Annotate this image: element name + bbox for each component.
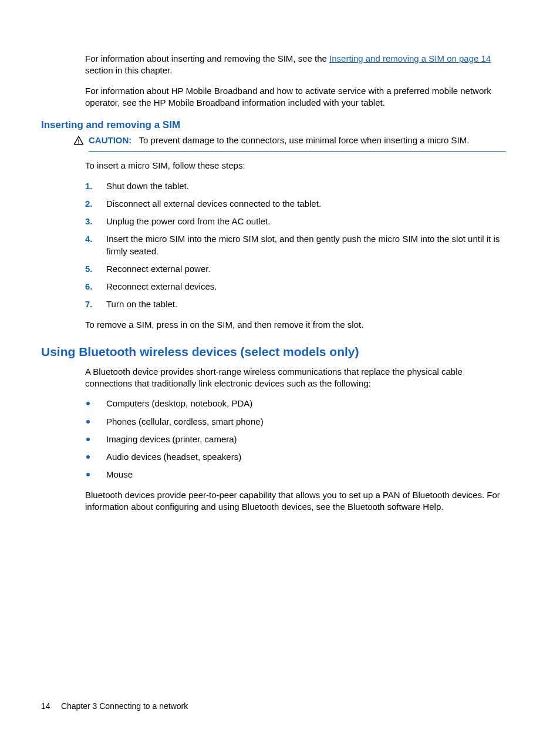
intro-paragraph-1: For information about inserting and remo… <box>85 53 506 77</box>
bt-paragraph-2: Bluetooth devices provide peer-to-peer c… <box>85 489 506 513</box>
sim-lead: To insert a micro SIM, follow these step… <box>85 160 506 172</box>
list-item: Computers (desktop, notebook, PDA) <box>85 398 506 409</box>
chapter-label: Chapter 3 Connecting to a network <box>61 701 188 711</box>
list-item: Phones (cellular, cordless, smart phone) <box>85 416 506 428</box>
document-page: For information about inserting and remo… <box>0 0 560 746</box>
heading-sim: Inserting and removing a SIM <box>41 119 506 131</box>
list-item-text: Phones (cellular, cordless, smart phone) <box>106 416 506 428</box>
sim-step: 5.Reconnect external power. <box>85 263 506 275</box>
step-text: Insert the micro SIM into the micro SIM … <box>106 233 506 257</box>
step-text: Reconnect external devices. <box>106 281 506 293</box>
step-number: 4. <box>85 233 106 245</box>
bullet-icon <box>86 438 90 441</box>
list-item: Imaging devices (printer, camera) <box>85 434 506 445</box>
intro-text-1a: For information about inserting and remo… <box>85 53 329 63</box>
list-item-text: Mouse <box>106 469 506 480</box>
list-item-text: Imaging devices (printer, camera) <box>106 434 506 445</box>
step-number: 1. <box>85 180 106 192</box>
sim-steps-list: 1.Shut down the tablet.2.Disconnect all … <box>85 180 506 311</box>
step-number: 7. <box>85 298 106 310</box>
page-number: 14 <box>41 701 59 711</box>
bullet-icon <box>86 473 90 476</box>
bullet-icon <box>86 402 90 405</box>
caution-label: CAUTION: <box>89 135 131 145</box>
list-item-text: Audio devices (headset, speakers) <box>106 451 506 463</box>
step-number: 3. <box>85 216 106 227</box>
bt-device-list: Computers (desktop, notebook, PDA)Phones… <box>85 398 506 480</box>
step-text: Unplug the power cord from the AC outlet… <box>106 216 506 227</box>
list-item-text: Computers (desktop, notebook, PDA) <box>106 398 506 409</box>
sim-step: 6.Reconnect external devices. <box>85 281 506 293</box>
svg-point-1 <box>78 143 79 144</box>
heading-bluetooth: Using Bluetooth wireless devices (select… <box>41 345 506 359</box>
page-footer: 14 Chapter 3 Connecting to a network <box>41 701 188 711</box>
step-number: 5. <box>85 263 106 275</box>
bullet-icon <box>86 455 90 459</box>
sim-step: 7.Turn on the tablet. <box>85 298 506 310</box>
caution-icon <box>73 135 84 146</box>
step-text: Shut down the tablet. <box>106 180 506 192</box>
sim-step: 2.Disconnect all external devices connec… <box>85 198 506 210</box>
sim-step: 3.Unplug the power cord from the AC outl… <box>85 216 506 227</box>
list-item: Audio devices (headset, speakers) <box>85 451 506 463</box>
step-text: Turn on the tablet. <box>106 298 506 310</box>
caution-body: To prevent damage to the connectors, use… <box>139 135 470 145</box>
intro-paragraph-2: For information about HP Mobile Broadban… <box>85 85 506 109</box>
list-item: Mouse <box>85 469 506 480</box>
step-number: 6. <box>85 281 106 293</box>
sim-step: 1.Shut down the tablet. <box>85 180 506 192</box>
sim-remove: To remove a SIM, press in on the SIM, an… <box>85 319 506 331</box>
caution-text: CAUTION: To prevent damage to the connec… <box>89 135 506 152</box>
sim-step: 4.Insert the micro SIM into the micro SI… <box>85 233 506 257</box>
bt-paragraph-1: A Bluetooth device provides short-range … <box>85 366 506 390</box>
step-text: Reconnect external power. <box>106 263 506 275</box>
bullet-icon <box>86 420 90 424</box>
caution-block: CAUTION: To prevent damage to the connec… <box>73 135 506 152</box>
intro-text-1b: section in this chapter. <box>85 65 172 75</box>
step-number: 2. <box>85 198 106 210</box>
xref-link-sim[interactable]: Inserting and removing a SIM on page 14 <box>329 53 491 63</box>
step-text: Disconnect all external devices connecte… <box>106 198 506 210</box>
